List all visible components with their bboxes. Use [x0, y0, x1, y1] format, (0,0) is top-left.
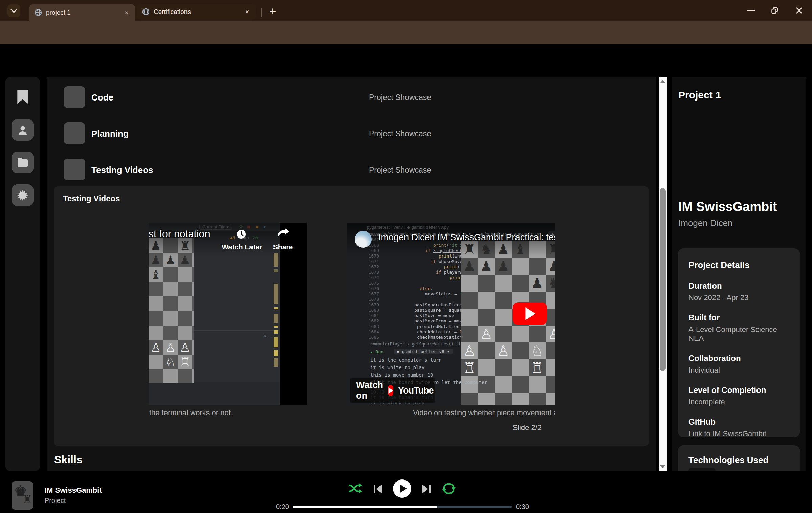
sidebar-item-profile[interactable]: [12, 119, 34, 141]
scroll-mark: [274, 337, 278, 347]
tab-project-1[interactable]: project 1 ×: [29, 4, 135, 21]
channel-avatar[interactable]: [355, 231, 372, 248]
new-tab-button[interactable]: +: [266, 5, 280, 18]
board-square: [529, 326, 546, 342]
minimize-button[interactable]: [743, 3, 759, 18]
next-button[interactable]: [422, 484, 431, 494]
row-thumbnail: [64, 122, 85, 144]
code-line: 1681pastMove = move: [382, 313, 454, 318]
row-title: Code: [91, 92, 113, 103]
track-title: IM SwissGambit: [45, 486, 102, 495]
board-square: ♜: [546, 241, 555, 258]
track-thumbnail[interactable]: ♚ ♜: [12, 481, 33, 510]
run-tab: ▸ Run: [370, 349, 383, 354]
page-scrollbar[interactable]: [659, 77, 667, 471]
detail-label: Duration: [688, 281, 789, 291]
board-square: ♙: [546, 326, 555, 342]
play-triangle-icon: [524, 307, 536, 320]
sidebar-item-projects[interactable]: [12, 152, 34, 173]
ide-bottom-panel: [149, 382, 280, 405]
youtube-wordmark: YouTube: [398, 385, 433, 396]
watch-later-label[interactable]: Watch Later: [218, 243, 266, 251]
video-title[interactable]: st for notation: [149, 228, 210, 240]
elapsed-time: 0:20: [270, 503, 289, 511]
watch-later-clock-icon[interactable]: [236, 229, 247, 240]
code-line: 1676else:: [382, 286, 433, 291]
board-square: [546, 376, 555, 393]
run-file-chip: ◆ gambit better v8 ▾: [394, 349, 453, 354]
detail-item: GitHubLink to IM SwissGambit: [688, 417, 789, 438]
video-embed-piece-movement-test[interactable]: pygametest › venv › ◆ gambit better v8.p…: [347, 223, 555, 405]
board-square: ♟: [546, 258, 555, 275]
board-square: ♟: [461, 258, 478, 275]
board-square: [478, 342, 495, 359]
project-details-card: Project Details DurationNov 2022 - Apr 2…: [678, 248, 800, 437]
share-label[interactable]: Share: [268, 243, 298, 251]
scrollbar-thumb[interactable]: [660, 188, 666, 371]
bookmark-icon[interactable]: [17, 89, 29, 104]
video-title[interactable]: Imogen Dicen IM SwissGambit Practical: t…: [378, 232, 555, 243]
globe-favicon-icon: [35, 9, 42, 16]
shuffle-button[interactable]: [349, 483, 362, 494]
row-subtitle: Project Showcase: [369, 93, 431, 102]
board-square: [529, 393, 546, 405]
play-button[interactable]: [393, 479, 411, 498]
scroll-mark: [274, 269, 278, 272]
detail-value[interactable]: Link to IM SwissGambit: [688, 429, 789, 438]
chevron-down-icon: [10, 9, 17, 13]
board-square: [512, 342, 529, 359]
page-title: Project 1: [678, 89, 721, 101]
repeat-button[interactable]: [442, 483, 456, 495]
board-square: [461, 275, 478, 292]
list-item[interactable]: PlanningProject Showcase: [47, 122, 656, 144]
board-square: [192, 282, 194, 296]
scroll-mark: [274, 330, 278, 334]
share-arrow-icon[interactable]: [277, 227, 290, 240]
board-square: [512, 275, 529, 292]
tab-certifications[interactable]: Certifications ×: [137, 4, 256, 20]
board-square: ♙: [495, 342, 512, 359]
list-item[interactable]: Testing VideosProject Showcase: [47, 159, 656, 180]
project-sidebar: Project 1 IM SwissGambit Imogen Dicen Pr…: [672, 77, 806, 471]
browser-tab-bar: project 1 × Certifications × +: [0, 0, 812, 21]
board-square: [192, 340, 194, 355]
project-author: Imogen Dicen: [678, 218, 732, 228]
folder-icon: [17, 157, 28, 168]
board-square: [529, 258, 546, 275]
scroll-up-arrow[interactable]: [660, 80, 665, 83]
previous-button[interactable]: [373, 484, 382, 494]
technologies-title: Technologies Used: [688, 455, 789, 465]
detail-label: Built for: [688, 313, 789, 322]
board-square: [495, 326, 512, 342]
scroll-down-arrow[interactable]: [660, 465, 665, 468]
board-square: ♙: [461, 342, 478, 359]
play-icon: [399, 484, 407, 493]
total-time: 0:30: [516, 503, 529, 511]
list-item[interactable]: CodeProject Showcase: [47, 86, 656, 108]
watch-on-youtube-button[interactable]: Watch on YouTube: [350, 378, 435, 403]
close-window-button[interactable]: [791, 3, 807, 18]
restore-button[interactable]: [767, 3, 783, 18]
board-square: [192, 326, 194, 340]
skills-heading: Skills: [54, 453, 83, 466]
close-tab-icon[interactable]: ×: [243, 8, 251, 16]
board-square: ♝: [512, 241, 529, 258]
video-caption: Video on testing whether piece movement …: [347, 408, 555, 417]
left-sidebar: [5, 77, 40, 471]
board-square: [495, 376, 512, 393]
board-square: ♝: [149, 267, 163, 282]
sidebar-item-certifications[interactable]: [12, 184, 34, 206]
board-square: [178, 267, 192, 282]
board-square: [495, 292, 512, 309]
board-square: ♙: [478, 326, 495, 342]
board-square: ♟: [149, 238, 163, 253]
tab-search-button[interactable]: [7, 4, 20, 17]
video-embed-terminal-test[interactable]: Current File ▾ ⟳ ■ ● ▶ ▲9▲865✓6 ♟♜♟♟♟♝♙♙…: [149, 223, 307, 405]
progress-bar[interactable]: [293, 506, 512, 508]
detail-value: Nov 2022 - Apr 23: [688, 293, 789, 302]
board-square: [149, 311, 163, 326]
youtube-play-button[interactable]: [513, 302, 547, 325]
board-square: [461, 326, 478, 342]
board-square: [461, 393, 478, 405]
close-tab-icon[interactable]: ×: [123, 9, 131, 16]
